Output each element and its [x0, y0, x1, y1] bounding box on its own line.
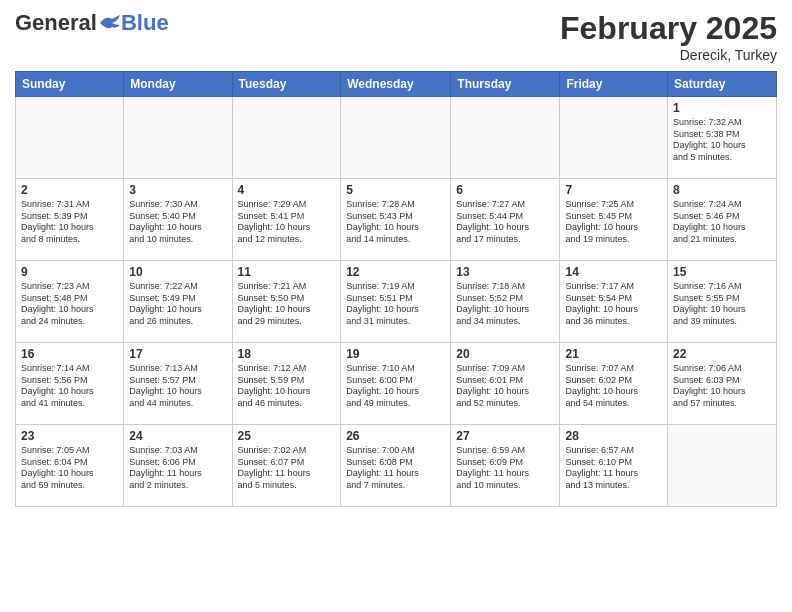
day-info: Sunrise: 7:06 AM Sunset: 6:03 PM Dayligh…	[673, 363, 771, 410]
calendar-week-row: 2Sunrise: 7:31 AM Sunset: 5:39 PM Daylig…	[16, 179, 777, 261]
logo: General Blue	[15, 10, 169, 36]
table-row: 1Sunrise: 7:32 AM Sunset: 5:38 PM Daylig…	[668, 97, 777, 179]
table-row	[451, 97, 560, 179]
day-info: Sunrise: 7:18 AM Sunset: 5:52 PM Dayligh…	[456, 281, 554, 328]
day-number: 1	[673, 101, 771, 115]
day-number: 9	[21, 265, 118, 279]
table-row: 27Sunrise: 6:59 AM Sunset: 6:09 PM Dayli…	[451, 425, 560, 507]
table-row: 19Sunrise: 7:10 AM Sunset: 6:00 PM Dayli…	[341, 343, 451, 425]
table-row: 10Sunrise: 7:22 AM Sunset: 5:49 PM Dayli…	[124, 261, 232, 343]
day-info: Sunrise: 7:27 AM Sunset: 5:44 PM Dayligh…	[456, 199, 554, 246]
table-row: 4Sunrise: 7:29 AM Sunset: 5:41 PM Daylig…	[232, 179, 341, 261]
day-info: Sunrise: 7:21 AM Sunset: 5:50 PM Dayligh…	[238, 281, 336, 328]
day-number: 2	[21, 183, 118, 197]
day-info: Sunrise: 7:05 AM Sunset: 6:04 PM Dayligh…	[21, 445, 118, 492]
table-row	[668, 425, 777, 507]
day-number: 3	[129, 183, 226, 197]
day-info: Sunrise: 7:07 AM Sunset: 6:02 PM Dayligh…	[565, 363, 662, 410]
table-row: 17Sunrise: 7:13 AM Sunset: 5:57 PM Dayli…	[124, 343, 232, 425]
day-info: Sunrise: 7:12 AM Sunset: 5:59 PM Dayligh…	[238, 363, 336, 410]
logo-bird-icon	[98, 15, 120, 31]
logo-general: General	[15, 10, 97, 36]
logo-blue: Blue	[121, 10, 169, 36]
title-area: February 2025 Derecik, Turkey	[560, 10, 777, 63]
table-row	[16, 97, 124, 179]
table-row: 21Sunrise: 7:07 AM Sunset: 6:02 PM Dayli…	[560, 343, 668, 425]
day-number: 4	[238, 183, 336, 197]
table-row: 3Sunrise: 7:30 AM Sunset: 5:40 PM Daylig…	[124, 179, 232, 261]
col-wednesday: Wednesday	[341, 72, 451, 97]
day-info: Sunrise: 7:24 AM Sunset: 5:46 PM Dayligh…	[673, 199, 771, 246]
day-number: 21	[565, 347, 662, 361]
table-row: 22Sunrise: 7:06 AM Sunset: 6:03 PM Dayli…	[668, 343, 777, 425]
day-info: Sunrise: 7:23 AM Sunset: 5:48 PM Dayligh…	[21, 281, 118, 328]
table-row: 9Sunrise: 7:23 AM Sunset: 5:48 PM Daylig…	[16, 261, 124, 343]
table-row: 13Sunrise: 7:18 AM Sunset: 5:52 PM Dayli…	[451, 261, 560, 343]
day-number: 12	[346, 265, 445, 279]
calendar-header-row: Sunday Monday Tuesday Wednesday Thursday…	[16, 72, 777, 97]
table-row	[341, 97, 451, 179]
calendar-body: 1Sunrise: 7:32 AM Sunset: 5:38 PM Daylig…	[16, 97, 777, 507]
table-row: 7Sunrise: 7:25 AM Sunset: 5:45 PM Daylig…	[560, 179, 668, 261]
day-info: Sunrise: 7:22 AM Sunset: 5:49 PM Dayligh…	[129, 281, 226, 328]
month-year: February 2025	[560, 10, 777, 47]
table-row: 23Sunrise: 7:05 AM Sunset: 6:04 PM Dayli…	[16, 425, 124, 507]
day-info: Sunrise: 7:00 AM Sunset: 6:08 PM Dayligh…	[346, 445, 445, 492]
day-number: 25	[238, 429, 336, 443]
col-tuesday: Tuesday	[232, 72, 341, 97]
table-row: 18Sunrise: 7:12 AM Sunset: 5:59 PM Dayli…	[232, 343, 341, 425]
day-info: Sunrise: 7:14 AM Sunset: 5:56 PM Dayligh…	[21, 363, 118, 410]
day-number: 5	[346, 183, 445, 197]
table-row: 24Sunrise: 7:03 AM Sunset: 6:06 PM Dayli…	[124, 425, 232, 507]
day-info: Sunrise: 7:16 AM Sunset: 5:55 PM Dayligh…	[673, 281, 771, 328]
day-info: Sunrise: 7:30 AM Sunset: 5:40 PM Dayligh…	[129, 199, 226, 246]
day-info: Sunrise: 7:28 AM Sunset: 5:43 PM Dayligh…	[346, 199, 445, 246]
table-row	[124, 97, 232, 179]
page-container: General Blue February 2025 Derecik, Turk…	[0, 0, 792, 517]
col-sunday: Sunday	[16, 72, 124, 97]
day-number: 11	[238, 265, 336, 279]
day-number: 15	[673, 265, 771, 279]
day-info: Sunrise: 7:32 AM Sunset: 5:38 PM Dayligh…	[673, 117, 771, 164]
table-row: 16Sunrise: 7:14 AM Sunset: 5:56 PM Dayli…	[16, 343, 124, 425]
table-row: 26Sunrise: 7:00 AM Sunset: 6:08 PM Dayli…	[341, 425, 451, 507]
day-number: 23	[21, 429, 118, 443]
col-thursday: Thursday	[451, 72, 560, 97]
calendar-week-row: 23Sunrise: 7:05 AM Sunset: 6:04 PM Dayli…	[16, 425, 777, 507]
calendar-table: Sunday Monday Tuesday Wednesday Thursday…	[15, 71, 777, 507]
day-info: Sunrise: 7:13 AM Sunset: 5:57 PM Dayligh…	[129, 363, 226, 410]
day-info: Sunrise: 7:29 AM Sunset: 5:41 PM Dayligh…	[238, 199, 336, 246]
day-number: 26	[346, 429, 445, 443]
day-info: Sunrise: 6:57 AM Sunset: 6:10 PM Dayligh…	[565, 445, 662, 492]
day-info: Sunrise: 7:25 AM Sunset: 5:45 PM Dayligh…	[565, 199, 662, 246]
day-info: Sunrise: 7:10 AM Sunset: 6:00 PM Dayligh…	[346, 363, 445, 410]
day-number: 10	[129, 265, 226, 279]
table-row: 25Sunrise: 7:02 AM Sunset: 6:07 PM Dayli…	[232, 425, 341, 507]
day-number: 27	[456, 429, 554, 443]
day-number: 28	[565, 429, 662, 443]
day-number: 6	[456, 183, 554, 197]
table-row: 8Sunrise: 7:24 AM Sunset: 5:46 PM Daylig…	[668, 179, 777, 261]
day-number: 14	[565, 265, 662, 279]
day-number: 18	[238, 347, 336, 361]
table-row: 2Sunrise: 7:31 AM Sunset: 5:39 PM Daylig…	[16, 179, 124, 261]
day-number: 17	[129, 347, 226, 361]
table-row	[560, 97, 668, 179]
day-info: Sunrise: 7:02 AM Sunset: 6:07 PM Dayligh…	[238, 445, 336, 492]
day-number: 19	[346, 347, 445, 361]
table-row	[232, 97, 341, 179]
day-info: Sunrise: 7:17 AM Sunset: 5:54 PM Dayligh…	[565, 281, 662, 328]
day-number: 20	[456, 347, 554, 361]
table-row: 20Sunrise: 7:09 AM Sunset: 6:01 PM Dayli…	[451, 343, 560, 425]
table-row: 11Sunrise: 7:21 AM Sunset: 5:50 PM Dayli…	[232, 261, 341, 343]
calendar-week-row: 1Sunrise: 7:32 AM Sunset: 5:38 PM Daylig…	[16, 97, 777, 179]
day-info: Sunrise: 7:31 AM Sunset: 5:39 PM Dayligh…	[21, 199, 118, 246]
calendar-week-row: 16Sunrise: 7:14 AM Sunset: 5:56 PM Dayli…	[16, 343, 777, 425]
day-info: Sunrise: 6:59 AM Sunset: 6:09 PM Dayligh…	[456, 445, 554, 492]
day-number: 7	[565, 183, 662, 197]
day-number: 24	[129, 429, 226, 443]
table-row: 15Sunrise: 7:16 AM Sunset: 5:55 PM Dayli…	[668, 261, 777, 343]
table-row: 6Sunrise: 7:27 AM Sunset: 5:44 PM Daylig…	[451, 179, 560, 261]
day-info: Sunrise: 7:09 AM Sunset: 6:01 PM Dayligh…	[456, 363, 554, 410]
table-row: 28Sunrise: 6:57 AM Sunset: 6:10 PM Dayli…	[560, 425, 668, 507]
